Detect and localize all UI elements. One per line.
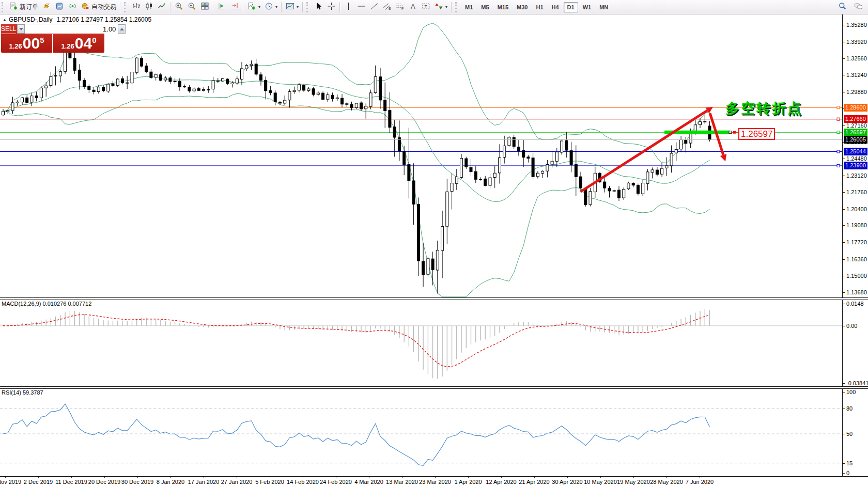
auto-trading-button[interactable]: 自动交易 <box>79 2 118 13</box>
one-click-price-row: 1.26 00 5 1.26 04 0 <box>1 34 104 53</box>
indicators-button[interactable]: ▾ <box>245 2 262 13</box>
chart-shift-button[interactable] <box>228 2 241 13</box>
time-tick <box>237 477 237 478</box>
dropdown-caret-icon: ▾ <box>445 5 447 9</box>
buy-price[interactable]: 1.26 04 0 <box>53 34 104 53</box>
line-handle[interactable] <box>837 118 840 120</box>
zoom-out-button[interactable] <box>185 2 198 13</box>
macd-rsi-divider[interactable] <box>0 386 868 389</box>
line-chart-button[interactable] <box>156 2 168 13</box>
timeframe-m1-button[interactable]: M1 <box>461 2 476 12</box>
turning-point-annotation[interactable]: 多空转折点 <box>725 99 803 118</box>
timeframe-mn-button[interactable]: MN <box>596 2 612 12</box>
toolbar-grip[interactable] <box>124 2 128 12</box>
fibonacci-button[interactable]: F <box>394 2 407 13</box>
macd-histogram <box>13 309 710 379</box>
crosshair-button[interactable] <box>325 2 338 13</box>
macd-pane[interactable] <box>0 300 842 386</box>
line-handle[interactable] <box>837 131 840 134</box>
candlestick-series <box>2 45 711 294</box>
text-label-button[interactable]: T <box>420 2 432 13</box>
price-tag-label[interactable]: 1.26597 <box>738 128 775 140</box>
publish-button[interactable] <box>53 2 66 13</box>
date-axis-label: 24 Feb 2020 <box>320 479 352 485</box>
timeframe-h4-button[interactable]: H4 <box>548 2 563 12</box>
time-tick <box>700 477 700 478</box>
auto-scroll-button[interactable] <box>215 2 228 13</box>
toolbar-grip[interactable] <box>455 2 459 12</box>
chart-title: ▲GBPUSD-,Daily1.27106 1.27497 1.25854 1.… <box>3 16 151 23</box>
timeframe-d1-button[interactable]: D1 <box>564 2 578 12</box>
search-button[interactable] <box>836 1 849 12</box>
volume-decrease-button[interactable] <box>17 24 25 34</box>
gold-button[interactable] <box>40 2 53 13</box>
zoom-in-icon <box>175 2 183 12</box>
auto-scroll-icon <box>218 2 226 12</box>
ohlc-values: 1.27106 1.27497 1.25854 1.26005 <box>57 16 152 23</box>
axis-tick <box>843 58 845 59</box>
volume-input[interactable] <box>25 24 118 34</box>
timeframe-w1-button[interactable]: W1 <box>579 2 595 12</box>
cursor-button[interactable] <box>312 2 325 13</box>
price-level-badge: 1.27660 <box>844 115 867 123</box>
zoom-in-button[interactable] <box>173 2 185 13</box>
time-axis[interactable]: 22 Nov 20192 Dec 201911 Dec 201920 Dec 2… <box>0 476 868 487</box>
date-axis-label: 8 Jan 2020 <box>157 479 184 485</box>
time-tick <box>38 477 39 478</box>
sell-price[interactable]: 1.26 00 5 <box>1 34 52 53</box>
toolbar-grip[interactable] <box>306 2 310 12</box>
cursor-icon <box>314 2 323 12</box>
line-handle[interactable] <box>837 164 840 167</box>
timeframe-m5-button[interactable]: M5 <box>477 2 492 12</box>
timeframe-m15-button[interactable]: M15 <box>494 2 512 12</box>
new-order-label: 新订单 <box>20 3 38 11</box>
time-tick <box>667 477 667 478</box>
timeframe-m30-button[interactable]: M30 <box>513 2 531 12</box>
main-chart[interactable] <box>0 14 842 297</box>
time-tick <box>567 477 568 478</box>
price-level-badge: 1.26597 <box>844 129 867 136</box>
price-axis-frame <box>842 14 843 476</box>
candle-chart-button[interactable] <box>143 2 156 13</box>
main-macd-divider[interactable] <box>0 297 868 300</box>
price-axis-label: 1.24480 <box>846 155 867 162</box>
buy-price-big: 04 <box>75 35 92 52</box>
equidistant-channel-button[interactable]: E <box>381 2 394 13</box>
bar-chart-button[interactable] <box>130 2 143 13</box>
signals-button[interactable] <box>66 2 79 13</box>
trend-line-button[interactable] <box>368 2 381 13</box>
new-order-button[interactable]: 新订单 <box>7 2 40 13</box>
timeframe-h1-button[interactable]: H1 <box>532 2 547 12</box>
rsi-pane[interactable] <box>0 388 842 476</box>
arrows-button[interactable]: ▾ <box>432 2 450 13</box>
axis-tick <box>843 159 845 159</box>
tile-windows-button[interactable] <box>198 2 211 13</box>
buy-button[interactable]: BUY <box>127 24 140 34</box>
line-handle[interactable] <box>837 150 840 153</box>
toolbar-grip[interactable] <box>2 2 5 12</box>
date-axis-label: 30 Dec 2019 <box>121 479 153 485</box>
svg-text:A: A <box>411 3 415 10</box>
signals-icon <box>68 2 77 12</box>
vertical-line-button[interactable] <box>342 2 355 13</box>
current-price-badge: 1.26005 <box>844 136 867 144</box>
text-button[interactable]: A <box>407 2 420 13</box>
arrows-icon <box>435 2 443 12</box>
svg-text:T: T <box>425 4 428 9</box>
chat-button[interactable] <box>852 1 865 12</box>
line-handle[interactable] <box>837 106 840 109</box>
price-axis-label: 1.20400 <box>846 206 867 212</box>
date-axis-label: 4 Mar 2020 <box>354 479 383 485</box>
price-axis[interactable]: 1.352801.339201.325601.312401.298801.285… <box>843 14 868 476</box>
volume-increase-button[interactable] <box>118 24 126 34</box>
templates-button[interactable]: ▾ <box>284 2 301 13</box>
axis-tick <box>843 242 845 243</box>
sell-button[interactable]: SELL <box>1 24 16 34</box>
toolbar: 新订单自动交易▾▾▾EFAT▾M1M5M15M30H1H4D1W1MN <box>0 0 868 14</box>
trend-arrow-down[interactable] <box>710 113 726 161</box>
periods-button[interactable]: ▾ <box>262 2 280 13</box>
time-tick <box>501 477 502 478</box>
horizontal-line-button[interactable] <box>355 2 368 13</box>
crosshair-icon <box>327 2 336 12</box>
axis-tick <box>843 292 845 293</box>
